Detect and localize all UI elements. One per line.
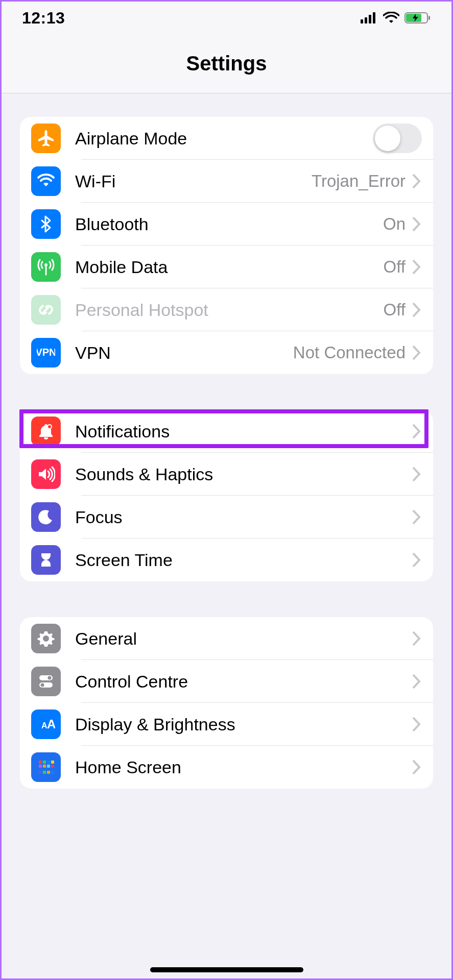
row-value: On: [383, 214, 406, 234]
nav-header: Settings: [2, 34, 451, 93]
row-focus[interactable]: Focus: [20, 496, 433, 538]
grid-icon: [31, 752, 61, 782]
row-label: Display & Brightness: [75, 715, 411, 734]
row-wifi[interactable]: Wi-FiTrojan_Error: [20, 160, 433, 203]
row-airplane: Airplane Mode: [20, 117, 433, 160]
row-value: Not Connected: [293, 343, 406, 362]
row-label: Focus: [75, 507, 411, 527]
row-label: Bluetooth: [75, 214, 383, 234]
aa-icon: [31, 709, 61, 739]
chevron-right-icon: [411, 344, 422, 361]
home-indicator[interactable]: [150, 967, 303, 972]
row-label: Wi-Fi: [75, 172, 312, 191]
page-title: Settings: [186, 52, 267, 75]
settings-group: GeneralControl CentreDisplay & Brightnes…: [20, 617, 433, 789]
settings-group: Airplane ModeWi-FiTrojan_ErrorBluetoothO…: [20, 117, 433, 374]
chevron-right-icon: [411, 716, 422, 733]
settings-list[interactable]: Airplane ModeWi-FiTrojan_ErrorBluetoothO…: [2, 93, 451, 789]
airplane-toggle[interactable]: [373, 124, 422, 153]
link-icon: [31, 295, 61, 325]
row-label: Mobile Data: [75, 257, 384, 277]
chevron-right-icon: [411, 508, 422, 526]
row-label: Home Screen: [75, 757, 411, 777]
row-sounds[interactable]: Sounds & Haptics: [20, 453, 433, 496]
row-label: Airplane Mode: [75, 129, 373, 149]
bluetooth-icon: [31, 209, 61, 239]
chevron-right-icon: [411, 258, 422, 276]
row-value: Trojan_Error: [312, 172, 406, 191]
chevron-right-icon: [411, 215, 422, 233]
row-notifications[interactable]: Notifications: [20, 410, 433, 453]
row-general[interactable]: General: [20, 617, 433, 660]
row-value: Off: [384, 300, 406, 320]
svg-rect-2: [369, 15, 371, 23]
row-label: Control Centre: [75, 672, 411, 692]
svg-rect-6: [428, 16, 430, 20]
row-homescreen[interactable]: Home Screen: [20, 746, 433, 789]
battery-icon: [404, 12, 431, 24]
status-indicators: [361, 12, 431, 24]
chevron-right-icon: [411, 673, 422, 690]
airplane-icon: [31, 124, 61, 153]
row-control[interactable]: Control Centre: [20, 660, 433, 703]
vpn-icon: [31, 338, 61, 368]
bell-icon: [31, 416, 61, 446]
row-mobile[interactable]: Mobile DataOff: [20, 246, 433, 288]
row-label: Notifications: [75, 422, 411, 442]
switches-icon: [31, 667, 61, 696]
gear-icon: [31, 624, 61, 653]
chevron-right-icon: [411, 630, 422, 647]
row-label: Personal Hotspot: [75, 300, 384, 320]
moon-icon: [31, 502, 61, 532]
chevron-right-icon: [411, 423, 422, 440]
chevron-right-icon: [411, 301, 422, 318]
row-value: Off: [384, 257, 406, 277]
row-label: General: [75, 629, 411, 649]
svg-rect-1: [365, 17, 367, 23]
row-screentime[interactable]: Screen Time: [20, 538, 433, 581]
svg-rect-3: [373, 12, 375, 23]
row-label: Sounds & Haptics: [75, 464, 411, 484]
speaker-icon: [31, 459, 61, 489]
status-bar: 12:13: [2, 2, 451, 34]
antenna-icon: [31, 252, 61, 282]
chevron-right-icon: [411, 758, 422, 776]
status-time: 12:13: [22, 9, 65, 28]
hourglass-icon: [31, 545, 61, 575]
chevron-right-icon: [411, 173, 422, 190]
chevron-right-icon: [411, 551, 422, 569]
row-label: Screen Time: [75, 550, 411, 570]
row-display[interactable]: Display & Brightness: [20, 703, 433, 746]
row-label: VPN: [75, 343, 293, 363]
wifi-icon: [31, 166, 61, 196]
settings-group: NotificationsSounds & HapticsFocusScreen…: [20, 410, 433, 581]
row-bluetooth[interactable]: BluetoothOn: [20, 203, 433, 246]
cellular-icon: [361, 12, 378, 23]
wifi-status-icon: [383, 12, 399, 24]
chevron-right-icon: [411, 465, 422, 483]
row-vpn[interactable]: VPNNot Connected: [20, 331, 433, 374]
row-hotspot[interactable]: Personal HotspotOff: [20, 288, 433, 331]
svg-rect-0: [361, 19, 363, 23]
